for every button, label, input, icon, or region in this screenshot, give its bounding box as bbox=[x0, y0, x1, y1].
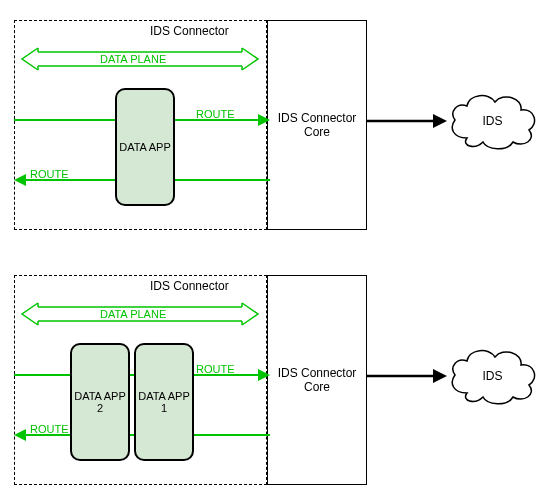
data-plane-label-1: DATA PLANE bbox=[100, 53, 166, 65]
core-label-2: IDS Connector Core bbox=[278, 366, 357, 394]
connector-label-2: IDS Connector bbox=[150, 279, 229, 293]
route-out-label-2: ROUTE bbox=[30, 423, 69, 435]
svg-marker-9 bbox=[14, 174, 26, 186]
data-plane-label-2: DATA PLANE bbox=[100, 308, 166, 320]
route-out-label-1: ROUTE bbox=[30, 168, 69, 180]
svg-marker-21 bbox=[14, 429, 26, 441]
ids-cloud-1-label: IDS bbox=[445, 114, 540, 128]
data-app-1-label: DATA APP 1 bbox=[138, 390, 190, 414]
ids-cloud-1: IDS bbox=[445, 90, 540, 152]
core-to-cloud-arrow-2 bbox=[367, 368, 447, 384]
connector-label-1: IDS Connector bbox=[150, 24, 229, 38]
data-app-2-box: DATA APP 2 bbox=[70, 343, 130, 461]
core-box-2: IDS Connector Core bbox=[267, 275, 367, 485]
data-app-1-box: DATA APP 1 bbox=[134, 343, 194, 461]
svg-marker-7 bbox=[258, 114, 270, 126]
svg-marker-19 bbox=[258, 369, 270, 381]
route-in-label-2: ROUTE bbox=[196, 363, 235, 375]
ids-cloud-2-label: IDS bbox=[445, 369, 540, 383]
route-in-label-1: ROUTE bbox=[196, 108, 235, 120]
data-app-1-label: DATA APP bbox=[119, 141, 171, 153]
core-to-cloud-arrow-1 bbox=[367, 113, 447, 129]
core-box-1: IDS Connector Core bbox=[267, 20, 367, 230]
ids-cloud-2: IDS bbox=[445, 345, 540, 407]
core-label-1: IDS Connector Core bbox=[278, 111, 357, 139]
data-app-2-label: DATA APP 2 bbox=[74, 390, 126, 414]
data-app-1: DATA APP bbox=[115, 88, 175, 206]
